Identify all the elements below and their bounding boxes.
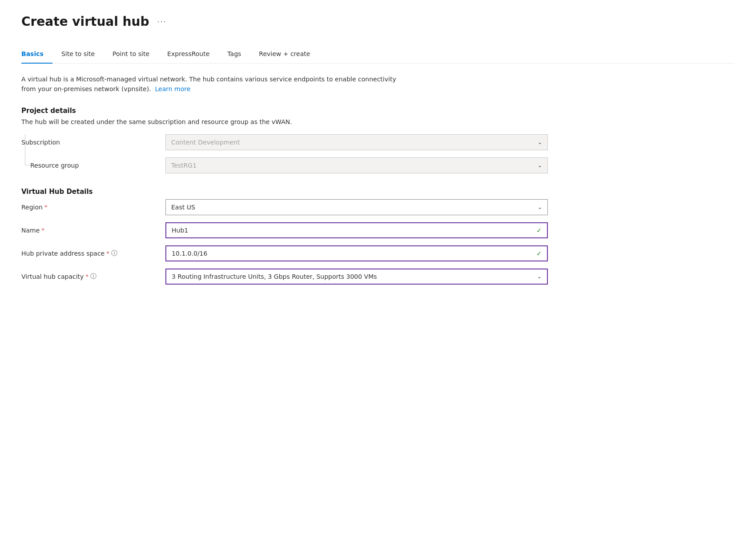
region-row: Region * East US ⌄: [21, 199, 735, 215]
name-checkmark-icon: ✓: [536, 227, 542, 234]
capacity-value: 3 Routing Infrastructure Units, 3 Gbps R…: [172, 273, 377, 280]
tab-review-create[interactable]: Review + create: [250, 45, 319, 64]
description-text: A virtual hub is a Microsoft-managed vir…: [21, 74, 404, 94]
resource-group-row: Resource group TestRG1 ⌄: [21, 157, 735, 173]
address-label: Hub private address space: [21, 250, 105, 257]
hub-details-heading: Virtual Hub Details: [21, 188, 735, 196]
learn-more-link[interactable]: Learn more: [155, 85, 191, 92]
region-required: *: [44, 204, 48, 210]
region-label: Region: [21, 204, 43, 211]
region-chevron-icon: ⌄: [538, 204, 542, 210]
capacity-chevron-icon: ⌄: [537, 273, 542, 280]
address-checkmark-icon: ✓: [536, 250, 542, 257]
resource-group-dropdown[interactable]: TestRG1 ⌄: [165, 157, 548, 173]
tab-tags[interactable]: Tags: [218, 45, 250, 64]
capacity-label: Virtual hub capacity: [21, 273, 84, 280]
capacity-row: Virtual hub capacity * ⓘ 3 Routing Infra…: [21, 269, 735, 285]
subscription-chevron-icon: ⌄: [538, 139, 542, 145]
subscription-row: Subscription Content Development ⌄: [21, 134, 735, 150]
address-dropdown[interactable]: 10.1.0.0/16 ✓: [165, 245, 548, 261]
capacity-info-icon[interactable]: ⓘ: [90, 273, 97, 281]
ellipsis-button[interactable]: ···: [155, 15, 169, 28]
address-value: 10.1.0.0/16: [172, 250, 207, 257]
resource-group-label: Resource group: [30, 162, 79, 169]
project-details-sub: The hub will be created under the same s…: [21, 118, 735, 125]
tab-site-to-site[interactable]: Site to site: [52, 45, 104, 64]
project-details-heading: Project details: [21, 107, 735, 115]
subscription-label: Subscription: [21, 139, 60, 146]
name-dropdown[interactable]: Hub1 ✓: [165, 222, 548, 238]
address-row: Hub private address space * ⓘ 10.1.0.0/1…: [21, 245, 735, 261]
resource-group-chevron-icon: ⌄: [538, 162, 542, 169]
indent-tick: [25, 165, 30, 165]
name-value: Hub1: [172, 227, 188, 234]
tab-basics[interactable]: Basics: [21, 45, 52, 64]
address-required: *: [106, 250, 109, 257]
resource-group-value: TestRG1: [171, 162, 197, 169]
address-info-icon[interactable]: ⓘ: [111, 249, 117, 257]
capacity-required: *: [85, 273, 88, 280]
page-title: Create virtual hub: [21, 14, 149, 29]
project-details-section: Project details The hub will be created …: [21, 107, 735, 173]
region-dropdown[interactable]: East US ⌄: [165, 199, 548, 215]
name-label: Name: [21, 227, 40, 234]
tabs-nav: Basics Site to site Point to site Expres…: [21, 45, 735, 64]
capacity-dropdown[interactable]: 3 Routing Infrastructure Units, 3 Gbps R…: [165, 269, 548, 285]
subscription-dropdown[interactable]: Content Development ⌄: [165, 134, 548, 150]
name-required: *: [41, 227, 44, 233]
indent-line: [25, 134, 25, 165]
hub-details-section: Virtual Hub Details Region * East US ⌄ N…: [21, 188, 735, 285]
region-value: East US: [171, 204, 195, 211]
name-row: Name * Hub1 ✓: [21, 222, 735, 238]
tab-expressroute[interactable]: ExpressRoute: [158, 45, 218, 64]
tab-point-to-site[interactable]: Point to site: [104, 45, 158, 64]
subscription-value: Content Development: [171, 139, 240, 146]
